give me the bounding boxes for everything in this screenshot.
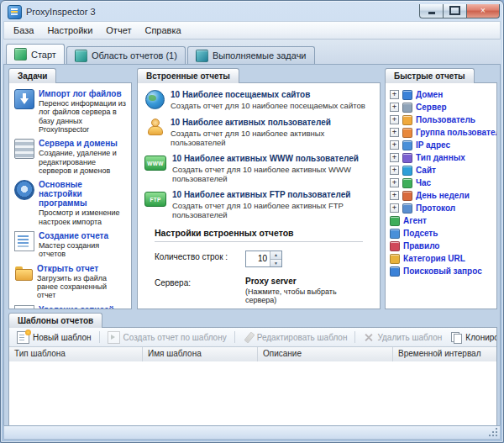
report-top-ftp-users[interactable]: FTP 10 Наиболее активных FTP пользовател…	[144, 190, 373, 219]
ftp-server-icon: FTP	[144, 192, 166, 207]
create-report-from-template-button[interactable]: Создать отчет по шаблону	[103, 330, 231, 345]
tree-item-server[interactable]: +Сервер	[390, 101, 494, 113]
tree-item-hour[interactable]: +Час	[390, 177, 494, 189]
report-title: 10 Наиболее посещаемых сайтов	[171, 90, 365, 100]
user-icon	[146, 118, 164, 135]
quick-reports-tree: +Домен +Сервер +Пользователь +Группа пол…	[385, 82, 497, 309]
delete-template-button[interactable]: Удалить шаблон	[359, 330, 446, 345]
servers-domains-icon	[14, 139, 34, 159]
menu-item-report[interactable]: Отчет	[99, 24, 138, 37]
column-template-type[interactable]: Тип шаблона	[9, 347, 143, 361]
toolbar-separator	[354, 331, 355, 343]
tree-item-user-group[interactable]: +Группа пользователей	[390, 126, 494, 139]
tab-start-label: Старт	[31, 50, 56, 60]
url-category-icon	[390, 254, 400, 264]
expand-icon[interactable]: +	[390, 90, 399, 99]
close-button[interactable]: ×	[466, 4, 500, 18]
spinner-down-icon[interactable]: ▼	[270, 260, 281, 267]
expand-icon[interactable]: +	[390, 178, 399, 187]
rows-count-value: 10	[246, 251, 270, 266]
builtin-reports-header: Встроенные отчеты	[137, 68, 239, 83]
site-icon	[402, 166, 412, 176]
protocol-icon	[402, 203, 412, 214]
title-bar[interactable]: ProxyInspector 3 ×	[1, 1, 503, 21]
task-create-report[interactable]: Создание отчета Мастер создания отчетов	[14, 231, 127, 259]
builtin-settings: Настройки встроенных отчетов Количество …	[144, 226, 373, 309]
templates-panel-header: Шаблоны отчетов	[8, 313, 102, 328]
task-desc: Перенос информации из лог файлов сервера…	[39, 99, 127, 134]
task-delete-records[interactable]: Удаление записей Удаление устаревшей инф…	[14, 305, 127, 309]
tree-item-ip-address[interactable]: +IP адрес	[390, 139, 494, 151]
resize-grip[interactable]	[496, 435, 497, 436]
spinner-up-icon[interactable]: ▲	[270, 251, 281, 260]
button-label: Новый шаблон	[33, 333, 92, 342]
column-time-interval[interactable]: Временной интервал	[393, 347, 496, 361]
expand-icon[interactable]: +	[390, 140, 399, 150]
tree-item-data-type[interactable]: +Тип данных	[390, 151, 494, 164]
task-open-report[interactable]: Открыть отчет Загрузить из файла ранее с…	[14, 264, 127, 300]
task-import-logs[interactable]: Импорт лог файлов Перенос информации из …	[14, 89, 127, 134]
tab-reports-area[interactable]: Область отчетов (1)	[66, 46, 186, 64]
app-window: ProxyInspector 3 × База Настройки Отчет …	[0, 0, 504, 443]
column-template-name[interactable]: Имя шаблона	[143, 347, 258, 361]
clone-template-button[interactable]: Клонировать	[447, 330, 497, 345]
expand-icon[interactable]: +	[390, 153, 399, 162]
new-template-button[interactable]: Новый шаблон	[13, 330, 96, 345]
search-query-icon	[390, 266, 400, 277]
button-label: Редактировать шаблон	[257, 333, 348, 342]
task-program-settings[interactable]: Основные настройки программы Просмотр и …	[14, 180, 127, 226]
tree-item-url-category[interactable]: Категория URL	[390, 252, 494, 265]
edit-template-button[interactable]: Редактировать шаблон	[239, 330, 352, 345]
minimize-button[interactable]	[419, 4, 443, 18]
expand-icon[interactable]: +	[390, 203, 399, 213]
report-desc: Создать отчет для 10 наиболее активных F…	[172, 201, 373, 219]
tree-item-domain[interactable]: +Домен	[390, 88, 494, 101]
tree-item-user[interactable]: +Пользователь	[390, 113, 494, 126]
toolbar-separator	[99, 331, 100, 343]
maximize-button[interactable]	[443, 4, 466, 18]
rule-icon	[390, 241, 400, 251]
report-top-users[interactable]: 10 Наиболее активных пользователей Созда…	[144, 118, 373, 147]
app-icon	[8, 5, 22, 19]
tree-item-weekday[interactable]: +День недели	[390, 189, 494, 202]
tasks-panel-title: Задачи	[18, 71, 47, 81]
report-title: 10 Наиболее активных FTP пользователей	[172, 190, 373, 200]
templates-panel: Шаблоны отчетов Новый шаблон Создать отч…	[8, 313, 497, 435]
expand-icon[interactable]: +	[390, 166, 399, 175]
import-logs-icon	[14, 89, 34, 109]
builtin-reports-title: Встроенные отчеты	[146, 71, 230, 81]
expand-icon[interactable]: +	[390, 128, 399, 137]
tab-start[interactable]: Старт	[6, 44, 65, 64]
tab-running-tasks[interactable]: Выполняемые задачи	[187, 46, 315, 64]
menu-item-settings[interactable]: Настройки	[40, 24, 99, 37]
tasks-panel-body: Импорт лог файлов Перенос информации из …	[8, 82, 132, 309]
servers-value-link[interactable]: Proxy server	[245, 277, 363, 286]
window-controls: ×	[419, 4, 500, 18]
servers-label: Сервера:	[155, 277, 245, 304]
www-server-icon: WWW	[144, 156, 166, 171]
tree-item-subnet[interactable]: Подсеть	[390, 227, 494, 240]
report-top-www-users[interactable]: WWW 10 Наиболее активных WWW пользовател…	[144, 154, 373, 183]
reports-area-tab-icon	[75, 50, 87, 62]
tree-item-agent[interactable]: Агент	[390, 214, 494, 227]
expand-icon[interactable]: +	[390, 103, 399, 112]
task-title: Открыть отчет	[37, 264, 127, 273]
menu-item-help[interactable]: Справка	[138, 24, 187, 37]
menu-item-base[interactable]: База	[7, 24, 40, 37]
report-top-sites[interactable]: 10 Наиболее посещаемых сайтов Создать от…	[144, 90, 373, 111]
expand-icon[interactable]: +	[390, 191, 399, 200]
tree-item-protocol[interactable]: +Протокол	[390, 202, 494, 214]
task-servers-domains[interactable]: Сервера и домены Создание, удаление и ре…	[14, 139, 127, 175]
rows-count-spinner[interactable]: 10 ▲ ▼	[245, 251, 282, 267]
column-description[interactable]: Описание	[258, 347, 393, 361]
window-title: ProxyInspector 3	[26, 7, 96, 17]
tree-item-site[interactable]: +Сайт	[390, 164, 494, 177]
tree-item-rule[interactable]: Правило	[390, 240, 494, 252]
builtin-settings-title: Настройки встроенных отчетов	[155, 228, 363, 242]
expand-icon[interactable]: +	[390, 115, 399, 124]
user-group-icon	[402, 128, 412, 138]
weekday-icon	[402, 191, 412, 201]
task-title: Удаление записей	[39, 305, 127, 309]
menu-bar: База Настройки Отчет Справка	[3, 21, 501, 40]
tree-item-search-query[interactable]: Поисковый запрос	[390, 265, 494, 277]
